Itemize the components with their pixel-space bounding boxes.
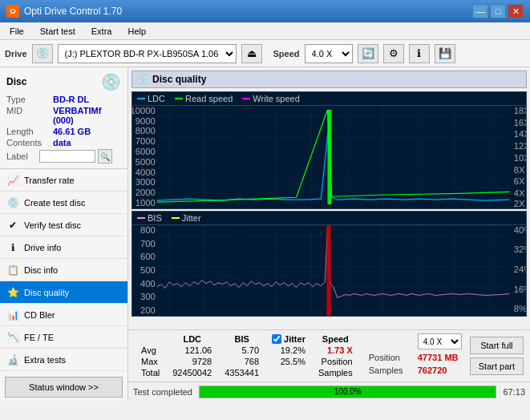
close-button[interactable]: ✕	[508, 4, 524, 18]
menu-file[interactable]: File	[3, 25, 30, 38]
write-speed-label: Write speed	[253, 94, 300, 103]
speed-label: Speed	[273, 49, 300, 59]
menubar: File Start test Extra Help	[0, 22, 530, 40]
read-speed-color	[175, 98, 183, 99]
save-button[interactable]: 💾	[435, 44, 455, 63]
start-full-button[interactable]: Start full	[470, 337, 524, 354]
disc-mid-row: MID VERBATIMf (000)	[6, 106, 121, 125]
svg-text:6000: 6000	[136, 147, 156, 156]
disc-label-input[interactable]	[39, 150, 95, 163]
sidebar-item-transfer-rate[interactable]: 📈 Transfer rate	[0, 169, 127, 192]
titlebar-left: O Opti Drive Control 1.70	[6, 5, 122, 18]
disc-icon: 💿	[101, 72, 121, 91]
progress-status: Test completed	[133, 387, 192, 397]
total-ldc: 92450042	[166, 367, 218, 378]
chart2-svg: 800 700 600 500 400 300 200 40% 32% 24% …	[132, 225, 526, 316]
jitter-checkbox[interactable]	[272, 334, 281, 344]
position-row-label: Position	[369, 353, 413, 362]
disc-label-button[interactable]: 🔍	[98, 149, 112, 164]
disc-info-icon: 📋	[6, 264, 19, 277]
sidebar-item-extra-tests[interactable]: 🔬 Extra tests	[0, 349, 127, 371]
extra-tests-icon: 🔬	[6, 353, 19, 366]
nav-items: 📈 Transfer rate 💿 Create test disc ✔ Ver…	[0, 169, 127, 374]
samples-row: Samples 762720	[369, 365, 462, 375]
start-part-button[interactable]: Start part	[470, 357, 524, 375]
stats-max-row: Max 9728 768 25.5% Position	[135, 356, 359, 367]
transfer-rate-label: Transfer rate	[24, 176, 75, 185]
sidebar-item-verify-test-disc[interactable]: ✔ Verify test disc	[0, 214, 127, 236]
svg-text:16%: 16%	[514, 285, 526, 294]
avg-label: Avg	[135, 345, 166, 356]
menu-help[interactable]: Help	[121, 25, 152, 38]
read-speed-label: Read speed	[185, 94, 233, 103]
max-bis: 768	[218, 356, 265, 367]
avg-speed: 1.73 X	[312, 345, 359, 356]
bis-color	[137, 217, 145, 219]
refresh-button[interactable]: 🔄	[358, 44, 378, 63]
jitter-label: Jitter	[182, 213, 201, 223]
content-area: 💿 Disc quality LDC Read speed	[128, 67, 530, 401]
stats-avg-row: Avg 121.06 5.70 19.2% 1.73 X	[135, 345, 359, 356]
menu-start-test[interactable]: Start test	[34, 25, 82, 38]
disc-length-value: 46.61 GB	[53, 127, 91, 136]
drive-select[interactable]: (J:) PLEXTOR BD-R PX-LB950SA 1.06	[58, 44, 237, 63]
info-button[interactable]: ℹ	[409, 44, 430, 63]
minimize-button[interactable]: —	[472, 4, 488, 18]
create-test-disc-label: Create test disc	[24, 198, 85, 208]
start-buttons: Start full Start part	[470, 333, 524, 378]
svg-text:8X: 8X	[514, 165, 525, 175]
legend-ldc: LDC	[137, 94, 165, 103]
max-ldc: 9728	[166, 356, 218, 367]
svg-text:2000: 2000	[136, 188, 156, 197]
ldc-label: LDC	[148, 94, 165, 103]
progress-area: Test completed 100.0% 67:13	[128, 382, 530, 401]
col-header-empty	[135, 333, 166, 345]
svg-text:14X: 14X	[514, 130, 526, 139]
verify-test-disc-label: Verify test disc	[24, 220, 81, 230]
position-row-value: 47731 MB	[418, 353, 462, 362]
max-jitter: 25.5%	[265, 356, 312, 367]
samples-row-label: Samples	[369, 365, 413, 375]
settings-button[interactable]: ⚙	[383, 44, 404, 63]
col-header-bis: BIS	[218, 333, 265, 345]
svg-rect-58	[326, 225, 330, 316]
speed-select[interactable]: 4.0 X	[305, 44, 353, 63]
disc-length-row: Length 46.61 GB	[6, 127, 121, 136]
cd-bler-icon: 📊	[6, 309, 19, 321]
fe-te-label: FE / TE	[24, 333, 54, 342]
sidebar-item-cd-bler[interactable]: 📊 CD Bler	[0, 304, 127, 326]
status-window-button[interactable]: Status window >>	[5, 377, 123, 398]
titlebar-controls: — □ ✕	[472, 4, 524, 18]
svg-text:300: 300	[140, 293, 156, 302]
total-empty	[265, 367, 312, 378]
chart2-legend: BIS Jitter	[131, 211, 527, 224]
max-label: Max	[135, 356, 166, 367]
avg-ldc: 121.06	[166, 345, 218, 356]
disc-quality-title: Disc quality	[152, 74, 206, 85]
svg-text:4000: 4000	[136, 168, 156, 177]
sidebar-item-disc-info[interactable]: 📋 Disc info	[0, 259, 127, 281]
menu-extra[interactable]: Extra	[85, 25, 119, 38]
chart1: 10000 9000 8000 7000 6000 5000 4000 3000…	[131, 105, 527, 209]
write-speed-color	[242, 98, 250, 99]
app-icon: O	[6, 5, 19, 18]
speed-position-area: 4.0 X Position 47731 MB Samples 762720	[369, 333, 462, 378]
sidebar-item-drive-info[interactable]: ℹ Drive info	[0, 236, 127, 259]
maximize-button[interactable]: □	[490, 4, 506, 18]
disc-type-value: BD-R DL	[53, 95, 89, 104]
svg-text:9000: 9000	[136, 116, 156, 126]
svg-text:4X: 4X	[514, 188, 525, 198]
svg-text:600: 600	[140, 252, 156, 261]
svg-text:1000: 1000	[136, 198, 156, 208]
sidebar-item-create-test-disc[interactable]: 💿 Create test disc	[0, 192, 127, 214]
total-bis: 4353441	[218, 367, 265, 378]
sidebar-item-fe-te[interactable]: 📉 FE / TE	[0, 326, 127, 349]
speed-row-select[interactable]: 4.0 X	[418, 333, 462, 349]
eject-button[interactable]: ⏏	[241, 44, 262, 63]
drive-label: Drive	[5, 49, 27, 59]
toolbar: Drive 💿 (J:) PLEXTOR BD-R PX-LB950SA 1.0…	[0, 40, 530, 67]
sidebar-item-disc-quality[interactable]: ⭐ Disc quality	[0, 281, 127, 304]
avg-bis: 5.70	[218, 345, 265, 356]
progress-bar-outer: 100.0%	[199, 386, 496, 398]
svg-text:40%: 40%	[514, 225, 526, 235]
